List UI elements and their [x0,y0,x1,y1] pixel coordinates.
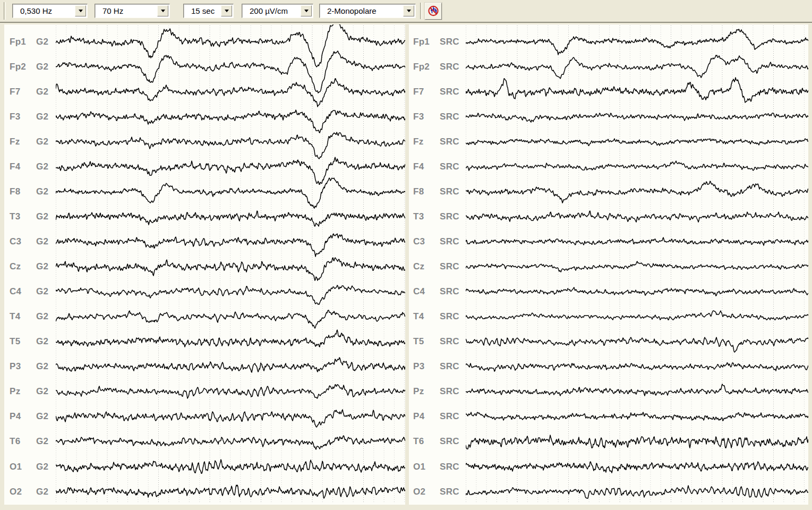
channel-label-cz-src: CzSRC [409,260,470,274]
channel-reference: G2 [36,310,48,324]
trace-f8-g2 [56,178,405,208]
channel-name: T3 [10,210,36,224]
channel-label-o1-g2: O1G2 [4,460,61,474]
channel-name: T4 [10,310,36,324]
channel-reference: G2 [36,435,48,448]
channel-name: O2 [413,485,440,499]
channel-label-pz-src: PzSRC [409,385,470,398]
channel-reference: G2 [36,485,48,499]
channel-name: T3 [413,210,440,224]
channel-label-p4-g2: P4G2 [4,410,61,423]
trace-pz-src [466,384,808,396]
dropdown-arrow-button[interactable] [403,5,414,16]
channel-name: C3 [413,235,440,249]
channel-reference: G2 [36,210,48,224]
trace-fp2-g2 [56,51,405,93]
timebase-select[interactable]: 15 sec [183,4,234,18]
dropdown-arrow-button[interactable] [75,5,86,16]
channel-name: T6 [413,435,440,448]
lowpass-filter-select[interactable]: 70 Hz [95,4,170,18]
montage-select[interactable]: 2-Monopolare [319,4,416,18]
channel-name: P4 [10,410,36,423]
channel-reference: SRC [440,85,459,99]
channel-label-o1-src: O1SRC [409,460,470,474]
no-events-icon [427,5,440,18]
trace-f8-src [466,181,808,203]
chevron-down-icon [161,10,165,14]
channel-reference: SRC [440,285,459,299]
trace-fp1-src [466,29,808,55]
channel-label-c3-g2: C3G2 [4,235,61,249]
channel-reference: SRC [440,360,459,373]
chevron-down-icon [79,10,83,14]
sensitivity-select[interactable]: 200 µV/cm [242,4,313,18]
channel-reference: SRC [440,60,459,74]
dropdown-arrow-button[interactable] [301,5,312,16]
trace-c3-src [466,237,808,245]
channel-reference: G2 [36,460,48,474]
channel-name: T5 [10,335,36,348]
channel-label-o2-src: O2SRC [409,485,470,499]
toolbar: 0,530 Hz 70 Hz 15 sec 200 µV/cm 2-Monopo… [0,0,812,23]
eeg-traces-src-panel[interactable] [466,24,808,505]
channel-label-t6-g2: T6G2 [4,435,61,448]
trace-f3-src [466,113,808,122]
channel-reference: SRC [440,185,459,199]
channel-name: F4 [10,160,36,174]
channel-reference: SRC [440,110,459,124]
channel-label-f3-g2: F3G2 [4,110,61,124]
channel-label-fp1-g2: Fp1G2 [4,35,61,49]
channel-name: F4 [413,160,440,174]
channel-label-p3-g2: P3G2 [4,360,61,373]
channel-reference: SRC [440,210,459,224]
channel-name: Pz [10,385,36,398]
channel-label-c3-src: C3SRC [409,235,470,249]
channel-name: Fp1 [10,35,36,49]
channel-reference: G2 [36,360,48,373]
dropdown-arrow-button[interactable] [221,5,232,16]
channel-label-t3-g2: T3G2 [4,210,61,224]
channel-name: F8 [10,185,36,199]
trace-f7-src [466,78,808,103]
channel-name: O1 [10,460,36,474]
channel-name: Cz [10,260,36,274]
channel-label-fp2-g2: Fp2G2 [4,60,61,74]
channel-name: O1 [413,460,440,474]
montage-value: 2-Monopolare [327,4,377,18]
timebase-value: 15 sec [191,4,215,18]
trace-f7-g2 [56,79,405,107]
channel-label-fz-g2: FzG2 [4,135,61,149]
channel-reference: SRC [440,410,459,423]
channel-name: F8 [413,185,440,199]
channel-name: C3 [10,235,36,249]
channel-name: C4 [10,285,36,299]
channel-name: F7 [10,85,36,99]
channel-reference: G2 [36,110,48,124]
channel-label-f4-g2: F4G2 [4,160,61,174]
eeg-traces-g2-panel[interactable] [56,24,405,505]
trace-t6-g2 [56,436,405,449]
channel-reference: SRC [440,135,459,149]
trace-t4-src [466,311,808,320]
channel-reference: G2 [36,235,48,249]
channel-name: F3 [10,110,36,124]
channel-reference: G2 [36,260,48,274]
channel-reference: G2 [36,335,48,348]
channel-label-t5-src: T5SRC [409,335,470,348]
channel-label-t6-src: T6SRC [409,435,470,448]
channel-reference: SRC [440,385,459,398]
trace-fp2-src [466,55,808,79]
dropdown-arrow-button[interactable] [157,5,168,16]
hide-events-button[interactable] [425,3,442,20]
channel-label-p4-src: P4SRC [409,410,470,423]
channel-label-f7-g2: F7G2 [4,85,61,99]
highpass-filter-select[interactable]: 0,530 Hz [12,4,88,18]
channel-label-t5-g2: T5G2 [4,335,61,348]
trace-cz-g2 [56,258,405,280]
trace-t6-src [466,435,808,449]
channel-reference: SRC [440,310,459,324]
highpass-filter-value: 0,530 Hz [20,4,52,18]
channel-name: P3 [413,360,440,373]
channel-label-t4-src: T4SRC [409,310,470,324]
toolbar-gripper[interactable] [4,2,6,20]
